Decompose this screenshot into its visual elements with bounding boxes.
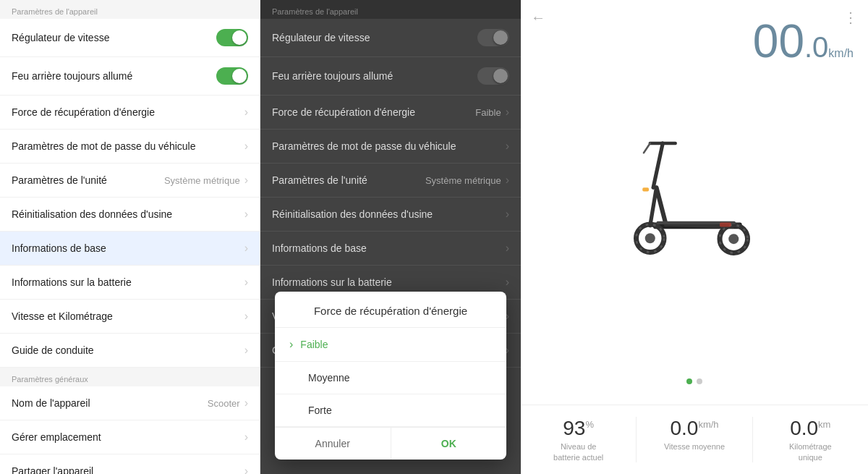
stat-battery: 93% Niveau de batterie actuel	[521, 417, 637, 462]
chevron-icon: ›	[244, 140, 248, 153]
left-item-guide[interactable]: Guide de conduite ›	[0, 334, 260, 368]
force-dialog: Force de récupération d'énergie › Faible…	[275, 292, 506, 460]
svg-line-2	[644, 143, 650, 153]
speed-value: 00	[753, 15, 804, 67]
left-item-feu-label: Feu arrière toujours allumé	[12, 70, 132, 82]
left-item-nom-label: Nom de l'appareil	[12, 397, 90, 409]
left-settings-panel: Paramètres de l'appareil Régulateur de v…	[0, 0, 260, 474]
svg-line-6	[650, 187, 657, 226]
scooter-image-area	[535, 14, 854, 373]
speed-unit: km/h	[828, 47, 854, 59]
chevron-icon: ›	[244, 276, 248, 289]
speed-display: 00.0km/h	[753, 14, 854, 68]
left-item-partager-label: Partager l'appareil	[12, 465, 93, 474]
dot-2[interactable]	[697, 378, 702, 384]
left-item-info-base[interactable]: Informations de base ›	[0, 232, 260, 266]
chevron-icon: ›	[244, 106, 248, 119]
left-item-vitesse-right: ›	[244, 310, 248, 323]
chevron-icon: ›	[244, 431, 248, 444]
left-item-password[interactable]: Paramètres de mot de passe du véhicule ›	[0, 130, 260, 164]
chevron-icon: ›	[244, 465, 248, 474]
chevron-icon: ›	[244, 397, 248, 410]
left-item-vitesse[interactable]: Vitesse et Kilométrage ›	[0, 300, 260, 334]
left-item-unite-right: Système métrique ›	[164, 174, 248, 187]
left-item-partager-right: ›	[244, 465, 248, 474]
scooter-svg	[593, 114, 796, 274]
stat-speed-label: Vitesse moyenne	[644, 441, 744, 452]
svg-line-0	[653, 143, 663, 187]
left-item-info-base-right: ›	[244, 242, 248, 255]
right-panel: ← ⋮ 00.0km/h	[521, 0, 868, 474]
left-item-vitesse-label: Vitesse et Kilométrage	[12, 310, 113, 322]
dialog-actions: Annuler OK	[275, 427, 506, 460]
left-item-reinit-label: Réinitialisation des données d'usine	[12, 208, 172, 220]
chevron-icon: ›	[244, 344, 248, 357]
left-item-reinit-right: ›	[244, 208, 248, 221]
scooter-area: ← ⋮ 00.0km/h	[521, 0, 868, 405]
left-item-guide-right: ›	[244, 344, 248, 357]
stats-bar: 93% Niveau de batterie actuel 0.0km/h Vi…	[521, 405, 868, 474]
dialog-option-faible[interactable]: › Faible	[275, 328, 506, 362]
left-item-nom[interactable]: Nom de l'appareil Scooter ›	[0, 386, 260, 420]
dialog-option-forte-label: Forte	[308, 405, 332, 416]
left-section2-header: Paramètres généraux	[0, 368, 260, 386]
left-item-batterie-right: ›	[244, 276, 248, 289]
left-item-unite-value: Système métrique	[164, 175, 240, 186]
chevron-icon: ›	[244, 310, 248, 323]
left-item-nom-value: Scooter	[208, 398, 240, 409]
left-item-gerer-right: ›	[244, 431, 248, 444]
regulateur-toggle[interactable]	[216, 29, 248, 46]
middle-settings-panel: Paramètres de l'appareil Régulateur de v…	[260, 0, 521, 474]
dot-1[interactable]	[686, 378, 692, 384]
left-item-nom-right: Scooter ›	[208, 397, 248, 410]
back-button[interactable]: ←	[527, 6, 550, 29]
left-item-info-base-label: Informations de base	[12, 242, 106, 254]
chevron-icon: ›	[244, 208, 248, 221]
stat-battery-label: Niveau de batterie actuel	[528, 441, 629, 462]
check-icon: ›	[289, 338, 293, 351]
svg-rect-14	[720, 222, 731, 227]
dialog-option-faible-label: Faible	[300, 339, 328, 350]
left-item-unite[interactable]: Paramètres de l'unité Système métrique ›	[0, 164, 260, 198]
left-item-partager[interactable]: Partager l'appareil ›	[0, 454, 260, 474]
dialog-overlay: Force de récupération d'énergie › Faible…	[260, 0, 521, 474]
left-item-feu[interactable]: Feu arrière toujours allumé	[0, 57, 260, 96]
left-item-reinit[interactable]: Réinitialisation des données d'usine ›	[0, 198, 260, 232]
dialog-option-forte[interactable]: Forte	[275, 394, 506, 427]
left-item-batterie-label: Informations sur la batterie	[12, 276, 132, 288]
svg-point-8	[645, 233, 655, 243]
dialog-option-moyenne-label: Moyenne	[308, 372, 350, 384]
left-item-batterie[interactable]: Informations sur la batterie ›	[0, 266, 260, 300]
left-item-password-right: ›	[244, 140, 248, 153]
left-item-force[interactable]: Force de récupération d'énergie ›	[0, 96, 260, 130]
dialog-option-moyenne[interactable]: Moyenne	[275, 362, 506, 394]
left-item-regulateur[interactable]: Régulateur de vitesse	[0, 19, 260, 57]
dialog-ok-button[interactable]: OK	[391, 428, 507, 460]
stat-km-label: Kilométrage unique	[760, 441, 861, 462]
left-item-guide-label: Guide de conduite	[12, 344, 94, 356]
stat-km: 0.0km Kilométrage unique	[753, 417, 868, 462]
left-item-regulateur-label: Régulateur de vitesse	[12, 32, 109, 43]
left-item-unite-label: Paramètres de l'unité	[12, 174, 107, 186]
stat-battery-value: 93%	[528, 417, 629, 440]
svg-line-4	[657, 187, 666, 224]
left-item-force-label: Force de récupération d'énergie	[12, 106, 155, 118]
stat-speed: 0.0km/h Vitesse moyenne	[637, 417, 752, 462]
dots-indicator	[535, 373, 854, 390]
left-item-gerer-label: Gérer emplacement	[12, 431, 101, 443]
stat-km-value: 0.0km	[760, 417, 861, 440]
dialog-cancel-button[interactable]: Annuler	[275, 428, 391, 460]
speed-decimal: .0	[804, 31, 828, 63]
left-section1-header: Paramètres de l'appareil	[0, 0, 260, 19]
stat-speed-value: 0.0km/h	[644, 417, 744, 440]
feu-toggle[interactable]	[216, 67, 248, 85]
left-item-gerer[interactable]: Gérer emplacement ›	[0, 420, 260, 454]
left-item-force-right: ›	[244, 106, 248, 119]
chevron-icon: ›	[244, 174, 248, 187]
left-item-password-label: Paramètres de mot de passe du véhicule	[12, 140, 195, 152]
svg-rect-15	[642, 187, 649, 191]
dialog-title: Force de récupération d'énergie	[275, 292, 506, 328]
chevron-icon: ›	[244, 242, 248, 255]
svg-point-10	[728, 234, 739, 244]
